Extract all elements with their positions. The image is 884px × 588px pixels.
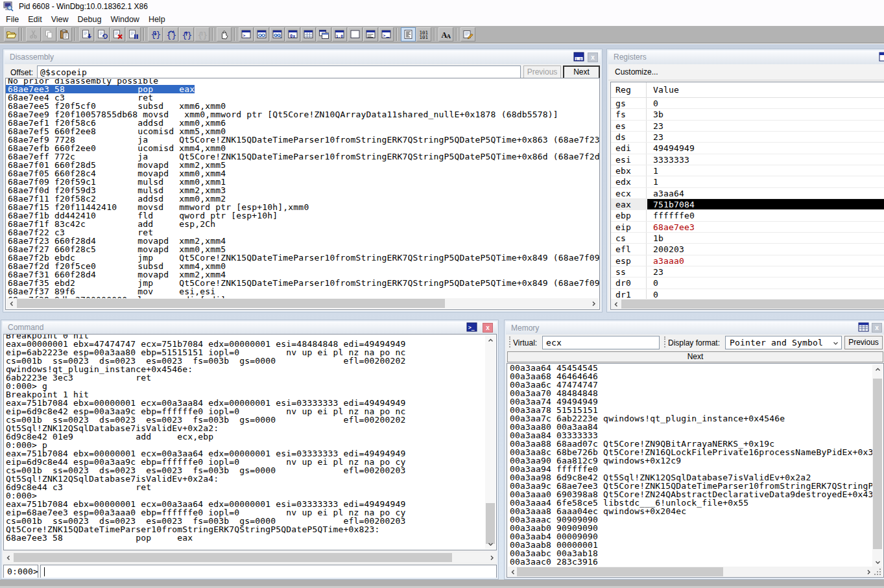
options-button[interactable] [460,27,475,41]
memory-listing[interactable]: 00a3aa64 45454545 00a3aa68 46464646 00a3… [507,363,884,578]
disassembly-next-button[interactable]: Next [563,65,600,79]
register-value[interactable]: 0 [647,289,884,300]
memory-next-button[interactable]: Next [507,351,883,362]
register-row[interactable]: cs1b [611,233,884,244]
offset-input[interactable]: @$scopeip [37,65,521,79]
font-button[interactable]: AA [438,27,453,41]
register-value[interactable]: 1 [647,176,884,187]
register-value[interactable]: 200203 [647,244,884,254]
go-button[interactable] [79,27,94,41]
register-value[interactable]: 0 [647,277,884,288]
register-value[interactable]: 68ae7ee3 [647,222,884,232]
restart-button[interactable] [95,27,110,41]
command-window-icon[interactable]: >_ [466,322,478,333]
memory-window-icon[interactable] [858,322,870,333]
memory-previous-button[interactable]: Previous [844,336,883,349]
register-row[interactable]: es23 [611,121,884,132]
memory-panel-title[interactable]: Memory [506,322,884,335]
command-vscrollbar[interactable] [485,335,496,549]
break-all-button[interactable] [217,27,232,41]
register-row[interactable]: ebpffffffe0 [611,210,884,221]
disassembly-hscrollbar[interactable] [6,298,599,309]
virtual-address-input[interactable]: ecx [542,336,660,349]
register-value[interactable]: ffffffe0 [647,210,884,220]
disassembly-previous-button[interactable]: Previous [523,65,561,79]
registers-window-icon[interactable] [879,52,884,62]
disassembly-listing[interactable]: No prior disassembly possible68ae7ee3 58… [5,78,600,310]
menu-help[interactable]: Help [144,13,170,26]
register-row[interactable]: esi3333333 [611,154,884,165]
processes-window-button[interactable] [363,27,378,41]
customize-button[interactable]: Customize... [608,64,884,80]
register-value[interactable]: 3333333 [647,154,884,165]
register-row[interactable]: eip68ae7ee3 [611,222,884,233]
register-value[interactable]: 23 [647,266,884,277]
call-stack-window-button[interactable] [317,27,331,41]
resize-grip[interactable] [872,567,883,576]
cut-button[interactable] [26,27,41,41]
register-row[interactable]: edi49494949 [611,143,884,154]
register-row[interactable]: ecxa3aa64 [611,188,884,199]
menu-file[interactable]: File [1,13,23,26]
copy-button[interactable] [42,27,56,41]
step-into-button[interactable]: {} [148,27,163,41]
register-value[interactable]: 23 [647,121,884,131]
disassembly-close-icon[interactable]: x [588,53,598,62]
command-window-button[interactable]: >_ [239,27,254,41]
menu-view[interactable]: View [47,13,73,26]
register-row[interactable]: ebx1 [611,165,884,176]
registers-hscrollbar[interactable] [611,299,884,309]
register-row[interactable]: gs0 [611,98,884,109]
memory-vscrollbar[interactable] [872,364,883,567]
register-row[interactable]: efl200203 [611,244,884,255]
registers-panel-title[interactable]: Registers [608,51,884,64]
register-value[interactable]: 3b [647,109,884,119]
command-close-icon[interactable]: x [483,323,493,333]
menu-debug[interactable]: Debug [73,13,106,26]
menu-window[interactable]: Window [106,13,143,26]
command-hscrollbar[interactable] [3,552,497,563]
register-value[interactable]: a3aa64 [647,188,884,198]
registers-window-button[interactable]: 0x [285,27,300,41]
register-value[interactable]: 0 [647,98,884,108]
svg-text:>_: >_ [243,33,248,38]
break-button[interactable] [126,27,141,41]
command-panel-title[interactable]: Command [3,322,497,334]
source-mode-on-button[interactable] [401,27,416,41]
disassembly-window-icon[interactable]: 1.0 [573,52,585,62]
stop-debugging-button[interactable] [110,27,125,41]
register-row[interactable]: espa3aaa0 [611,255,884,266]
locals-window-button[interactable] [270,27,285,41]
registers-table[interactable]: Reg Value gs0fs3bes23ds23edi49494949esi3… [610,82,884,310]
memory-close-icon[interactable]: x [872,323,882,333]
register-row[interactable]: eax751b7084 [611,199,884,210]
display-format-dropdown[interactable]: Pointer and Symbol [725,336,842,349]
command-input[interactable] [40,565,497,578]
watch-window-button[interactable] [254,27,269,41]
step-over-button[interactable]: {} [163,27,178,41]
register-value[interactable]: 1b [647,233,884,243]
command-prompt-window-button[interactable]: > [379,27,394,41]
register-value[interactable]: 751b7084 [647,199,884,209]
register-row[interactable]: dr00 [611,277,884,288]
run-to-cursor-button[interactable]: {} [195,27,209,41]
paste-button[interactable] [57,27,72,41]
disassembly-window-button[interactable]: 1.0 [332,27,347,41]
register-row[interactable]: ss23 [611,266,884,277]
register-row[interactable]: fs3b [611,109,884,120]
register-value[interactable]: a3aaa0 [647,255,884,266]
step-out-button[interactable]: {} [179,27,194,41]
register-value[interactable]: 1 [647,165,884,176]
register-value[interactable]: 23 [647,132,884,142]
register-row[interactable]: ds23 [611,132,884,143]
register-row[interactable]: edx1 [611,176,884,187]
register-value[interactable]: 49494949 [647,143,884,153]
menu-edit[interactable]: Edit [23,13,47,26]
memory-window-button[interactable] [301,27,316,41]
disassembly-panel-title[interactable]: Disassembly [5,51,601,64]
memory-hscrollbar[interactable] [508,567,874,576]
scratch-pad-window-button[interactable] [348,27,363,41]
source-mode-off-button[interactable]: 101101 [416,27,431,41]
command-output[interactable]: Breakpoint 0 hit eax=00000001 ebx=474747… [3,334,497,550]
open-source-file-button[interactable] [4,27,19,41]
